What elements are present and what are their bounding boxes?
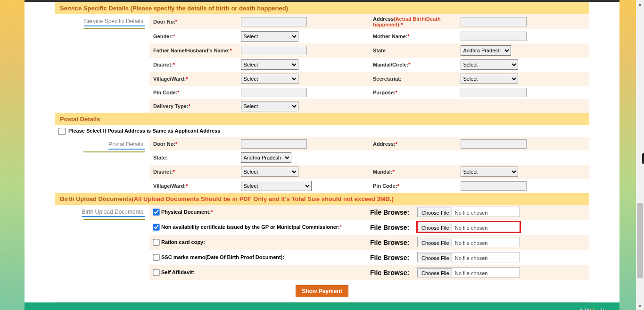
upload-checkbox-2[interactable] bbox=[153, 239, 159, 246]
village-label: Village/Ward: bbox=[153, 76, 186, 82]
p-address-input[interactable] bbox=[461, 139, 527, 149]
footer: All Rights Reserved with Director, Elect… bbox=[25, 302, 619, 310]
p-village-label: Village/Ward: bbox=[153, 183, 186, 189]
p-state-select[interactable]: Andhra Pradesh bbox=[241, 152, 291, 163]
no-file-text-2: No file chosen bbox=[452, 240, 488, 246]
choose-file-button-3[interactable]: Choose File bbox=[419, 253, 452, 262]
file-browse-label-1: File Browse: bbox=[366, 220, 413, 235]
upload-side-label: Birth Upload Documents: bbox=[55, 205, 149, 280]
no-file-text-0: No file chosen bbox=[452, 210, 488, 216]
choose-file-button-4[interactable]: Choose File bbox=[419, 268, 452, 277]
postal-same-label: Please Select If Postal Address is Same … bbox=[68, 128, 220, 134]
choose-file-button-2[interactable]: Choose File bbox=[419, 238, 452, 247]
file-browse-label-2: File Browse: bbox=[366, 235, 413, 250]
scroll-thumb[interactable] bbox=[637, 203, 643, 278]
gender-select[interactable]: Select bbox=[241, 31, 298, 42]
file-input-1[interactable]: Choose FileNo file chosen bbox=[417, 222, 520, 232]
file-input-3[interactable]: Choose FileNo file chosen bbox=[417, 252, 520, 262]
secretariat-label: Secretariat: bbox=[373, 76, 402, 82]
upload-label-3: SSC marks memo(Date Of Birth Proof Docum… bbox=[161, 254, 284, 260]
p-pincode-input[interactable] bbox=[461, 181, 527, 191]
p-door-input[interactable] bbox=[241, 139, 307, 149]
secretariat-select[interactable]: Select bbox=[461, 74, 518, 84]
no-file-text-1: No file chosen bbox=[452, 225, 488, 231]
scroll-down-icon[interactable]: ▼ bbox=[636, 302, 644, 310]
village-select[interactable]: Select bbox=[241, 74, 298, 84]
door-no-label: Door No: bbox=[153, 19, 175, 25]
no-file-text-4: No file chosen bbox=[452, 270, 488, 276]
district-select[interactable]: Select bbox=[241, 59, 298, 70]
file-browse-label-3: File Browse: bbox=[366, 250, 413, 265]
postal-same-checkbox[interactable] bbox=[58, 127, 66, 135]
upload-checkbox-1[interactable] bbox=[153, 224, 159, 231]
mother-input[interactable] bbox=[461, 32, 527, 41]
delivery-select[interactable]: Select bbox=[241, 101, 298, 111]
file-browse-label-4: File Browse: bbox=[366, 265, 413, 280]
side-knob-icon bbox=[642, 153, 644, 164]
upload-section-header: Birth Upload Documents(All Upload Docume… bbox=[55, 193, 589, 205]
upload-checkbox-0[interactable] bbox=[153, 209, 159, 216]
p-village-select[interactable]: Select bbox=[241, 181, 312, 191]
p-mandal-select[interactable]: Select bbox=[461, 167, 518, 177]
show-payment-button[interactable]: Show Payment bbox=[296, 285, 348, 297]
p-door-label: Door No: bbox=[153, 141, 175, 147]
pincode-label: Pin Code: bbox=[153, 90, 177, 95]
district-label: District: bbox=[153, 62, 173, 67]
choose-file-button-0[interactable]: Choose File bbox=[419, 208, 452, 217]
mandal-label: Mandal/Circle: bbox=[373, 62, 408, 67]
file-input-4[interactable]: Choose FileNo file chosen bbox=[417, 267, 520, 277]
service-side-label: Service Specific Details: bbox=[55, 14, 149, 113]
father-label: Father Name/Husband's Name: bbox=[153, 48, 230, 53]
p-district-label: District: bbox=[153, 169, 173, 175]
main-form: Service Specific Details (Please specify… bbox=[55, 2, 589, 302]
upload-label-2: Ration card copy: bbox=[161, 239, 205, 245]
postal-side-label: Postal Details: bbox=[55, 137, 149, 193]
upload-label-4: Self Affidavit: bbox=[161, 269, 195, 275]
purpose-label: Purpose: bbox=[373, 90, 396, 95]
scroll-up-icon[interactable]: ▲ bbox=[636, 0, 644, 8]
pincode-input[interactable] bbox=[241, 88, 307, 97]
father-input[interactable] bbox=[241, 46, 307, 55]
p-address-label: Address: bbox=[373, 141, 396, 147]
door-no-input[interactable] bbox=[241, 17, 307, 26]
p-state-label: State: bbox=[153, 155, 168, 160]
file-input-0[interactable]: Choose FileNo file chosen bbox=[417, 207, 520, 217]
p-mandal-label: Mandal: bbox=[373, 169, 393, 175]
address-label: Address bbox=[373, 16, 394, 22]
upload-checkbox-4[interactable] bbox=[153, 269, 159, 276]
mother-label: Mother Name: bbox=[373, 34, 407, 39]
address-input[interactable] bbox=[461, 17, 527, 26]
file-browse-label-0: File Browse: bbox=[366, 205, 413, 220]
state-label: State bbox=[373, 48, 386, 53]
purpose-input[interactable] bbox=[461, 88, 527, 97]
p-district-select[interactable]: Select bbox=[241, 167, 298, 177]
state-select[interactable]: Andhra Pradesh bbox=[461, 45, 511, 56]
upload-label-0: Physical Document: bbox=[161, 209, 211, 215]
choose-file-button-1[interactable]: Choose File bbox=[419, 223, 452, 232]
p-pincode-label: Pin Code: bbox=[373, 183, 397, 189]
gender-label: Gender: bbox=[153, 34, 173, 39]
delivery-label: Delivery Type: bbox=[153, 103, 188, 109]
file-input-2[interactable]: Choose FileNo file chosen bbox=[417, 237, 520, 247]
footer-left: All Rights Reserved with Director, Elect… bbox=[31, 309, 215, 310]
upload-label-1: Non availability certificate issued by t… bbox=[161, 224, 340, 230]
no-file-text-3: No file chosen bbox=[452, 255, 488, 261]
mandal-select[interactable]: Select bbox=[461, 59, 518, 70]
aponline-logo: APOnline bbox=[578, 307, 613, 310]
service-section-header: Service Specific Details (Please specify… bbox=[55, 2, 589, 14]
upload-checkbox-3[interactable] bbox=[153, 254, 159, 261]
postal-section-header: Postal Details bbox=[55, 113, 589, 125]
